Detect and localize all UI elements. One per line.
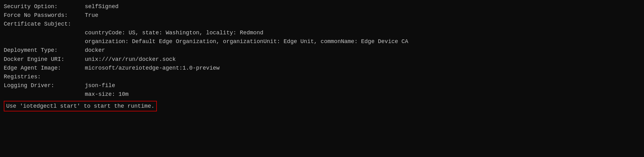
label-docker-engine-uri: Docker Engine URI: <box>4 55 85 63</box>
line-force-no-passwords: Force No Passwords: True <box>4 11 640 19</box>
value-country-code: countryCode: US, state: Washington, loca… <box>85 29 264 37</box>
line-edge-agent-image: Edge Agent Image: microsoft/azureiotedge… <box>4 64 640 72</box>
label-force-no-passwords: Force No Passwords: <box>4 11 85 19</box>
line-country-code: countryCode: US, state: Washington, loca… <box>4 29 640 37</box>
value-docker-engine-uri: unix:///var/run/docker.sock <box>85 55 176 63</box>
value-organization: organization: Default Edge Organization,… <box>85 37 408 46</box>
line-cert-subject: Certificate Subject: <box>4 20 640 28</box>
value-force-no-passwords: True <box>85 11 98 19</box>
value-security-option: selfSigned <box>85 2 119 11</box>
line-max-size: max-size: 10m <box>4 90 640 98</box>
label-max-size-blank <box>4 90 85 98</box>
value-logging-driver: json-file <box>85 81 115 90</box>
value-edge-agent-image: microsoft/azureiotedge-agent:1.0-preview <box>85 64 220 72</box>
label-logging-driver: Logging Driver: <box>4 81 85 90</box>
line-highlighted-message: Use 'iotedgectl start' to start the runt… <box>4 99 640 111</box>
label-security-option: Security Option: <box>4 2 85 11</box>
label-organization-blank <box>4 37 85 46</box>
terminal-output: Security Option: selfSigned Force No Pas… <box>4 2 640 111</box>
line-security-option: Security Option: selfSigned <box>4 2 640 11</box>
value-max-size: max-size: 10m <box>85 90 128 98</box>
line-organization: organization: Default Edge Organization,… <box>4 37 640 46</box>
line-deployment-type: Deployment Type: docker <box>4 46 640 54</box>
highlighted-message: Use 'iotedgectl start' to start the runt… <box>4 101 157 111</box>
line-docker-engine-uri: Docker Engine URI: unix:///var/run/docke… <box>4 55 640 63</box>
label-registries: Registries: <box>4 73 85 81</box>
label-cert-subject: Certificate Subject: <box>4 20 85 28</box>
label-country-code-blank <box>4 29 85 37</box>
label-deployment-type: Deployment Type: <box>4 46 85 54</box>
line-logging-driver: Logging Driver: json-file <box>4 81 640 90</box>
line-registries: Registries: <box>4 73 640 81</box>
label-edge-agent-image: Edge Agent Image: <box>4 64 85 72</box>
value-deployment-type: docker <box>85 46 105 54</box>
